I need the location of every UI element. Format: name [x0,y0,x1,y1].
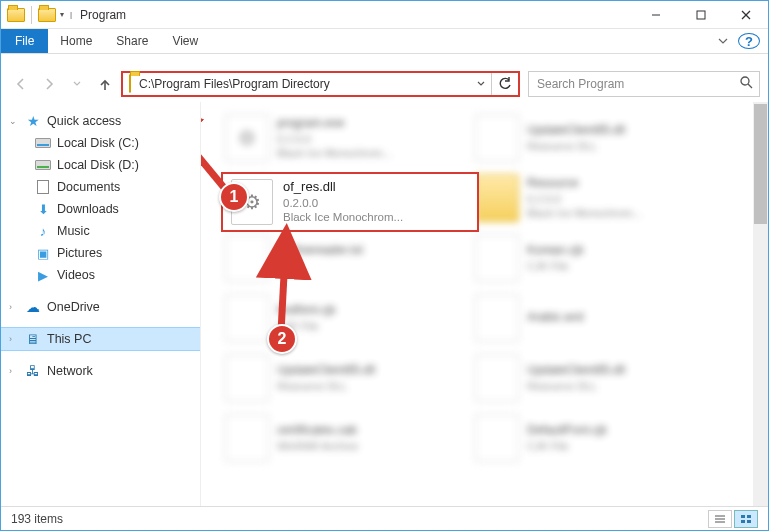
folder-icon [38,8,56,22]
large-icons-view-button[interactable] [734,510,758,528]
ribbon-tabs: File Home Share View ? [1,29,768,54]
sidebar-label: Network [47,364,93,378]
sidebar-item-local-disk-d[interactable]: Local Disk (D:) [1,154,200,176]
sidebar-network[interactable]: ›🖧Network [1,360,200,382]
qat-divider [31,6,32,24]
pictures-icon: ▣ [35,246,51,260]
sidebar-item-videos[interactable]: ▶Videos [1,264,200,286]
details-view-button[interactable] [708,510,732,528]
sidebar-label: Documents [57,180,120,194]
download-icon: ⬇ [35,202,51,216]
svg-rect-15 [747,515,751,518]
expand-chevron-icon[interactable]: › [9,366,12,376]
back-button[interactable] [9,72,33,96]
file-item[interactable]: Arabic.wrd [471,288,721,348]
sidebar-label: Downloads [57,202,119,216]
doc-icon [475,354,519,402]
search-icon[interactable] [733,76,759,92]
body: ⌄ ★ Quick access Local Disk (C:) Local D… [1,102,768,506]
window-controls [633,1,768,29]
forward-button[interactable] [37,72,61,96]
close-icon [741,10,751,20]
doc-icon [475,114,519,162]
arrow-right-icon [42,77,56,91]
address-history-chevron[interactable] [471,79,491,90]
quick-access-toolbar: ▾ | [1,6,74,24]
doc-icon [475,294,519,342]
file-item[interactable]: Resource0.2.0.0Black Ice Monochrom... [471,168,721,228]
minimize-button[interactable] [633,1,678,29]
recent-locations-chevron[interactable] [65,72,89,96]
up-button[interactable] [93,72,117,96]
sidebar-item-local-disk-c[interactable]: Local Disk (C:) [1,132,200,154]
doc-icon [225,354,269,402]
expand-chevron-icon[interactable]: › [9,302,12,312]
address-path[interactable]: C:\Program Files\Program Directory [137,77,471,91]
sidebar-item-pictures[interactable]: ▣Pictures [1,242,200,264]
sidebar-label: Quick access [47,114,121,128]
navigation-bar: C:\Program Files\Program Directory Searc… [1,66,768,102]
drive-icon [35,138,51,148]
sidebar-item-music[interactable]: ♪Music [1,220,200,242]
tab-share[interactable]: Share [104,29,160,53]
sidebar-label: Pictures [57,246,102,260]
folder-icon [7,8,25,22]
sidebar-label: This PC [47,332,91,346]
help-button[interactable]: ? [738,33,760,49]
details-view-icon [714,514,726,524]
file-name: of_res.dll [283,179,403,196]
music-icon: ♪ [35,224,51,238]
file-item[interactable]: certificates.cabWinRAR Archive [221,408,471,468]
svg-rect-14 [741,515,745,518]
document-icon [37,180,49,194]
navigation-pane: ⌄ ★ Quick access Local Disk (C:) Local D… [1,102,201,506]
close-button[interactable] [723,1,768,29]
address-bar[interactable]: C:\Program Files\Program Directory [121,71,520,97]
arrow-left-icon [14,77,28,91]
sidebar-label: OneDrive [47,300,100,314]
status-bar: 193 items [1,506,768,530]
sidebar-item-documents[interactable]: Documents [1,176,200,198]
file-list-pane[interactable]: program.exe0.2.0.0Black Ice Monochrom...… [201,102,768,506]
magnifier-icon [740,76,753,89]
doc-icon [475,414,519,462]
maximize-button[interactable] [678,1,723,29]
titlebar: ▾ | Program [1,1,768,29]
sidebar-onedrive[interactable]: ›☁OneDrive [1,296,200,318]
svg-point-5 [741,77,749,85]
file-item[interactable]: UpdateClient65.dllResource DLL [471,348,721,408]
file-item[interactable]: Korean.cjkCJK File [471,228,721,288]
file-tab[interactable]: File [1,29,48,53]
folder-icon [123,75,137,93]
sidebar-this-pc[interactable]: ›🖥This PC [1,328,200,350]
expand-chevron-icon[interactable]: › [9,334,12,344]
file-version: 0.2.0.0 [283,196,403,211]
minimize-icon [651,10,661,20]
qat-separator: | [68,8,74,21]
svg-line-6 [748,84,752,88]
file-item[interactable]: UpdateClient65.dllResource DLL [471,108,721,168]
vertical-scrollbar[interactable] [753,102,768,506]
sidebar-item-downloads[interactable]: ⬇Downloads [1,198,200,220]
file-item[interactable]: UpdateClient65.dllResource DLL [221,348,471,408]
svg-line-8 [201,105,226,190]
monitor-icon: 🖥 [25,332,41,346]
file-item[interactable]: DefaultFont.cjkCJK File [471,408,721,468]
ribbon-expand-chevron[interactable] [708,29,738,53]
tab-view[interactable]: View [160,29,210,53]
star-icon: ★ [25,114,41,128]
tab-home[interactable]: Home [48,29,104,53]
search-box[interactable]: Search Program [528,71,760,97]
drive-icon [35,160,51,170]
scrollbar-thumb[interactable] [754,104,767,224]
search-placeholder: Search Program [529,77,733,91]
sidebar-quick-access[interactable]: ⌄ ★ Quick access [1,110,200,132]
refresh-button[interactable] [492,72,518,96]
refresh-icon [498,77,512,91]
qat-customize-chevron[interactable]: ▾ [58,8,66,21]
collapse-chevron-icon[interactable]: ⌄ [9,116,17,126]
sidebar-label: Music [57,224,90,238]
sidebar-label: Videos [57,268,95,282]
sidebar-label: Local Disk (C:) [57,136,139,150]
explorer-window: ▾ | Program File Home Share View ? [0,0,769,531]
